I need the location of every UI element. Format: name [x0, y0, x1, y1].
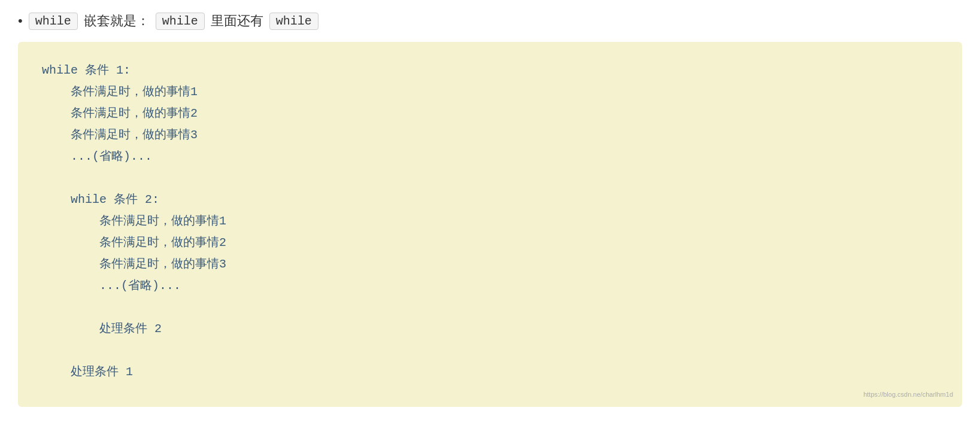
- bullet-dot: •: [18, 13, 23, 29]
- while-tag-1: while: [29, 13, 78, 30]
- code-line: 处理条件 2: [42, 318, 938, 340]
- bullet-text-1: 嵌套就是：: [84, 12, 150, 30]
- code-line: 条件满足时，做的事情1: [42, 211, 938, 232]
- code-line: [42, 168, 938, 189]
- bullet-text-2: 里面还有: [211, 12, 263, 30]
- code-line: ...(省略)...: [42, 275, 938, 297]
- code-line: while 条件 1:: [42, 60, 938, 81]
- code-line: 条件满足时，做的事情2: [42, 103, 938, 124]
- while-tag-2: while: [156, 13, 205, 30]
- while-tag-3: while: [269, 13, 318, 30]
- code-line: 条件满足时，做的事情2: [42, 232, 938, 254]
- watermark: https://blog.csdn.ne/charlhm1d: [863, 389, 953, 401]
- code-line: 条件满足时，做的事情1: [42, 81, 938, 103]
- code-line: 处理条件 1: [42, 361, 938, 383]
- code-block: while 条件 1: 条件满足时，做的事情1 条件满足时，做的事情2 条件满足…: [18, 42, 962, 407]
- code-line: while 条件 2:: [42, 189, 938, 211]
- code-line: 条件满足时，做的事情3: [42, 124, 938, 146]
- bullet-line: • while 嵌套就是： while 里面还有 while: [18, 12, 962, 30]
- code-line: 条件满足时，做的事情3: [42, 254, 938, 275]
- code-line: ...(省略)...: [42, 146, 938, 168]
- code-lines: while 条件 1: 条件满足时，做的事情1 条件满足时，做的事情2 条件满足…: [42, 60, 938, 383]
- code-line: [42, 297, 938, 318]
- code-line: [42, 340, 938, 361]
